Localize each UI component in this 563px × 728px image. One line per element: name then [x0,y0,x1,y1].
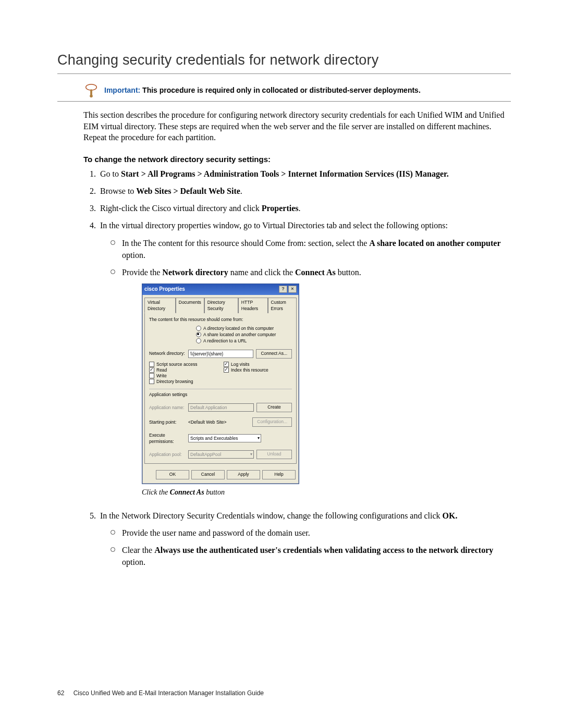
step-2: Browse to Web Sites > Default Web Site. [98,185,511,197]
page-number: 62 [57,689,64,697]
step-1: Go to Start > All Programs > Administrat… [98,168,511,180]
checkbox-write[interactable]: Write [149,373,217,379]
tab-virtual-directory[interactable]: Virtual Directory [144,298,176,314]
execute-permissions-select[interactable]: Scripts and Executables [188,434,261,442]
app-pool-label: Application pool: [149,451,186,458]
sub-heading: To change the network directory security… [83,155,511,164]
ok-button[interactable]: OK [156,470,189,479]
important-icon [83,82,99,98]
step-5: In the Network Directory Security Creden… [98,510,511,569]
starting-point-value: <Default Web Site> [188,419,250,425]
unload-button: Unload [256,450,292,459]
network-directory-label: Network directory: [149,350,186,356]
checkbox-index-resource[interactable]: Index this resource [224,367,292,373]
close-icon[interactable]: × [288,286,297,293]
app-pool-select: DefaultAppPool [188,450,254,459]
divider [57,73,511,74]
checkbox-script-source[interactable]: Script source access [149,362,217,367]
tab-http-headers[interactable]: HTTP Headers [238,298,268,314]
configuration-button: Configuration... [252,417,292,427]
step-4: In the virtual directory properties wind… [98,219,511,498]
content-from-label: The content for this resource should com… [149,316,292,323]
tab-documents[interactable]: Documents [176,298,204,314]
footer-guide-title: Cisco Unified Web and E-Mail Interaction… [74,689,264,697]
connect-as-button[interactable]: Connect As... [256,349,292,359]
network-directory-input[interactable]: \\{server}\{share} [188,350,253,358]
radio-this-computer[interactable]: A directory located on this computer [196,325,292,331]
important-callout: Important: This procedure is required on… [57,79,511,102]
radio-redirect-url[interactable]: A redirection to a URL [196,338,292,344]
apply-button[interactable]: Apply [227,470,260,479]
create-button[interactable]: Create [256,403,292,412]
dialog-title: cisco Properties [144,286,185,293]
app-name-label: Application name: [149,404,186,411]
help-button[interactable]: Help [262,470,296,479]
checkbox-log-visits[interactable]: Log visits [224,362,292,367]
step-4-sub-1: In the The content for this resource sho… [111,237,511,261]
svg-point-1 [90,94,93,97]
properties-dialog: cisco Properties ? × Virtual Directory D… [142,283,299,484]
checkbox-read[interactable]: Read [149,367,217,373]
radio-share-another[interactable]: A share located on another computer [196,331,292,338]
section-heading: Changing security credentials for networ… [57,52,511,68]
important-text: This procedure is required only in collo… [142,86,421,94]
step-3: Right-click the Cisco virtual directory … [98,202,511,214]
intro-paragraph: This section describes the procedure for… [57,109,511,143]
figure-caption: Click the Connect As button [142,487,511,498]
dialog-titlebar: cisco Properties ? × [142,284,299,295]
steps-list: Go to Start > All Programs > Administrat… [57,168,511,569]
execute-permissions-label: Execute permissions: [149,432,186,445]
starting-point-label: Starting point: [149,419,186,425]
checkbox-directory-browsing[interactable]: Directory browsing [149,379,217,385]
step-5-sub-2: Clear the Always use the authenticated u… [111,544,511,568]
help-icon[interactable]: ? [279,286,287,293]
cancel-button[interactable]: Cancel [191,470,225,479]
step-5-sub-1: Provide the user name and password of th… [111,527,511,539]
page-footer: 62 Cisco Unified Web and E-Mail Interact… [57,689,264,697]
app-name-input: Default Application [188,403,254,412]
tab-directory-security[interactable]: Directory Security [204,298,238,314]
application-settings-label: Application settings [149,391,292,398]
tab-custom-errors[interactable]: Custom Errors [268,298,297,314]
important-label: Important: [104,86,140,94]
dialog-tabs: Virtual Directory Documents Directory Se… [142,295,299,313]
step-4-sub-2: Provide the Network directory name and c… [111,266,511,278]
